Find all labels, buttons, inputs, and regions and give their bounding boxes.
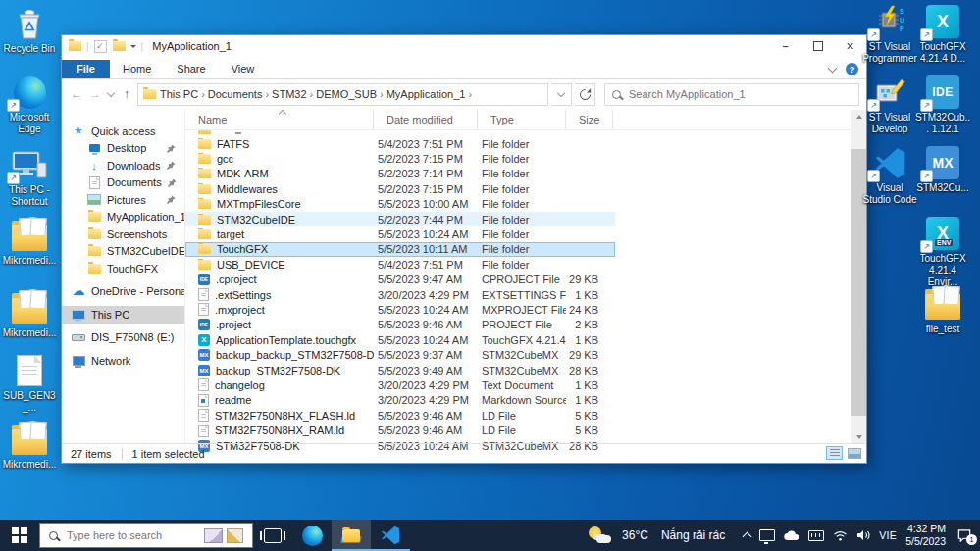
title-bar[interactable]: | | MyApplication_1	[62, 35, 866, 57]
desktop-icon-this-pc-shortcut[interactable]: This PC - Shortcut	[1, 147, 58, 208]
file-row-fatfs[interactable]: FATFS5/4/2023 7:51 PMFile folder	[185, 136, 615, 151]
breadcrumb-documents[interactable]: Documents	[207, 88, 264, 100]
column-header-size[interactable]: Size	[566, 110, 613, 129]
desktop-icon-stm32cu[interactable]: MXSTM32Cu...	[914, 145, 971, 194]
show-hidden-icons-icon[interactable]	[743, 532, 752, 542]
taskbar-search[interactable]	[39, 523, 253, 548]
file-row-changelog[interactable]: changelog3/20/2023 4:29 PMText Document1…	[185, 377, 615, 392]
minimize-button[interactable]	[769, 35, 801, 57]
file-row-mxtmpfilescore[interactable]: MXTmpFilesCore5/5/2023 10:00 AMFile fold…	[185, 197, 615, 212]
quick-access-newfolder-icon[interactable]	[113, 41, 126, 51]
breadcrumb-demo-sub[interactable]: DEMO_SUB	[315, 88, 378, 100]
file-row-usb-device[interactable]: USB_DEVICE5/4/2023 7:51 PMFile folder	[185, 257, 615, 272]
tab-share[interactable]: Share	[164, 60, 218, 78]
maximize-button[interactable]	[801, 35, 834, 57]
breadcrumb-chevron-icon[interactable]	[265, 88, 269, 100]
file-row-mxproject[interactable]: .mxproject5/5/2023 10:24 AMMXPROJECT Fil…	[185, 302, 615, 317]
file-row-stm32f750n8hx-ram-ld[interactable]: STM32F750N8HX_RAM.ld5/5/2023 9:46 AMLD F…	[185, 423, 615, 437]
taskbar-file-explorer-button[interactable]	[332, 520, 371, 551]
desktop-icon-st-visual-develop[interactable]: ST Visual Develop	[861, 75, 918, 135]
desktop-icon-mikromedi[interactable]: Mikromedi...	[1, 290, 58, 339]
file-row-middlewares[interactable]: Middlewares5/2/2023 7:15 PMFile folder	[185, 181, 615, 196]
column-header-type[interactable]: Type	[478, 110, 566, 129]
language-indicator[interactable]: VIE	[879, 529, 897, 541]
nav-item-documents[interactable]: Documents	[62, 175, 184, 192]
address-dropdown-button[interactable]	[551, 83, 572, 106]
weather-temperature[interactable]: 36°C	[622, 528, 648, 542]
wireless-display-icon[interactable]	[759, 529, 775, 541]
task-view-button[interactable]	[253, 520, 292, 551]
breadcrumb-chevron-icon[interactable]	[380, 88, 384, 100]
file-row-target[interactable]: target5/5/2023 10:24 AMFile folder	[185, 226, 615, 241]
nav-item-dis-f750n8-e[interactable]: DIS_F750N8 (E:)	[62, 329, 184, 347]
qat-customize-icon[interactable]	[130, 45, 136, 51]
desktop-icon-file-test[interactable]: file_test	[914, 286, 971, 335]
thumbnail-view-button[interactable]	[846, 446, 862, 460]
column-header-name[interactable]: Name	[185, 110, 374, 129]
weather-condition[interactable]: Nắng rải rác	[661, 528, 725, 542]
desktop-icon-recycle-bin[interactable]: Recycle Bin	[1, 6, 58, 55]
touch-keyboard-icon[interactable]	[808, 530, 824, 541]
explorer-search[interactable]	[604, 83, 859, 106]
file-row-readme[interactable]: readme3/20/2023 4:29 PMMarkdown Source..…	[185, 393, 615, 408]
volume-icon[interactable]	[856, 529, 870, 541]
recent-locations-icon[interactable]	[107, 89, 115, 97]
nav-item-downloads[interactable]: ↓Downloads	[62, 157, 184, 175]
refresh-button[interactable]	[575, 83, 595, 106]
tab-file[interactable]: File	[62, 60, 110, 78]
file-row-backup-stm32f7508-dk[interactable]: MXbackup_STM32F7508-DK5/5/2023 9:49 AMST…	[185, 363, 615, 377]
desktop-icon-mikromedi[interactable]: Mikromedi...	[1, 422, 58, 471]
wifi-icon[interactable]	[833, 530, 848, 541]
nav-item-screenshots[interactable]: Screenshots	[62, 225, 184, 243]
column-header-date-modified[interactable]: Date modified	[374, 110, 478, 129]
desktop-icon-sub-gen3[interactable]: SUB_GEN3_...	[1, 353, 58, 414]
desktop-icon-visual-studio-code[interactable]: Visual Studio Code	[861, 145, 918, 206]
tab-view[interactable]: View	[219, 60, 268, 78]
taskbar-vscode-button[interactable]	[371, 520, 410, 551]
weather-icon[interactable]	[588, 526, 611, 545]
nav-item-this-pc[interactable]: This PC	[62, 306, 184, 324]
nav-item-quick-access[interactable]: ★Quick access	[62, 123, 184, 140]
breadcrumb-this-pc[interactable]: This PC	[159, 88, 199, 100]
file-row-cproject[interactable]: IDE.cproject5/5/2023 9:47 AMCPROJECT Fil…	[185, 273, 615, 287]
breadcrumb-myapplication-1[interactable]: MyApplication_1	[386, 88, 467, 100]
tab-home[interactable]: Home	[110, 60, 164, 78]
action-center-button[interactable]: 1	[956, 527, 974, 543]
desktop-icon-mikromedi[interactable]: Mikromedi...	[1, 218, 58, 267]
back-button[interactable]	[69, 87, 84, 101]
desktop-icon-touchgfx-4-21-4-d[interactable]: XTouchGFX 4.21.4 D...	[914, 4, 971, 65]
taskbar-clock[interactable]: 4:32 PM 5/5/2023	[905, 523, 946, 548]
taskbar-search-input[interactable]	[65, 528, 197, 542]
file-row-applicationtemplate-touchgfx[interactable]: XApplicationTemplate.touchgfx5/5/2023 10…	[185, 332, 615, 347]
nav-item-myapplication-1[interactable]: MyApplication_1	[62, 209, 184, 226]
file-row-project[interactable]: IDE.project5/5/2023 9:46 AMPROJECT File2…	[185, 318, 615, 332]
desktop-icon-st-visual-programmer[interactable]: SUPST Visual Programmer	[861, 4, 918, 65]
desktop-icon-stm32cub-1-12-1[interactable]: IDESTM32Cub... 1.12.1	[914, 75, 971, 135]
nav-item-onedrive-personal[interactable]: ☁OneDrive - Personal	[62, 283, 184, 301]
file-row-backup-backup-stm32f7508-dk[interactable]: MXbackup_backup_STM32F7508-DK5/5/2023 9:…	[185, 347, 615, 362]
file-row-mdk-arm[interactable]: MDK-ARM5/2/2023 7:14 PMFile folder	[185, 167, 615, 181]
forward-button[interactable]	[87, 87, 103, 101]
onedrive-cloud-icon[interactable]	[784, 530, 799, 541]
desktop-icon-touchgfx-4-21-4-envir[interactable]: XENVTouchGFX 4.21.4 Envir...	[914, 216, 971, 287]
nav-item-touchgfx[interactable]: TouchGFX	[62, 260, 184, 277]
help-icon[interactable]	[846, 63, 858, 75]
nav-item-desktop[interactable]: Desktop	[62, 140, 184, 158]
file-row-touchgfx[interactable]: TouchGFX5/5/2023 10:11 AMFile folder	[185, 242, 615, 257]
breadcrumb-chevron-icon[interactable]	[468, 88, 472, 100]
nav-item-pictures[interactable]: Pictures	[62, 191, 184, 209]
breadcrumb-chevron-icon[interactable]	[201, 88, 205, 100]
quick-access-properties-icon[interactable]	[94, 40, 107, 53]
file-row-gcc[interactable]: gcc5/2/2023 7:15 PMFile folder	[185, 151, 615, 166]
expand-ribbon-icon[interactable]	[828, 63, 838, 73]
taskbar-edge-button[interactable]	[292, 520, 332, 551]
nav-item-stm32cubeide[interactable]: STM32CubeIDE	[62, 243, 184, 261]
breadcrumb-stm32[interactable]: STM32	[271, 88, 307, 100]
breadcrumb-chevron-icon[interactable]	[310, 88, 314, 100]
desktop-icon-microsoft-edge[interactable]: Microsoft Edge	[1, 75, 58, 135]
file-row-stm32f750n8hx-flash-ld[interactable]: STM32F750N8HX_FLASH.ld5/5/2023 9:46 AMLD…	[185, 408, 615, 423]
details-view-button[interactable]	[826, 446, 843, 460]
address-box[interactable]: This PCDocumentsSTM32DEMO_SUBMyApplicati…	[137, 83, 548, 106]
explorer-search-input[interactable]	[627, 87, 851, 101]
file-row-stm32cubeide[interactable]: STM32CubeIDE5/2/2023 7:44 PMFile folder	[185, 212, 615, 226]
